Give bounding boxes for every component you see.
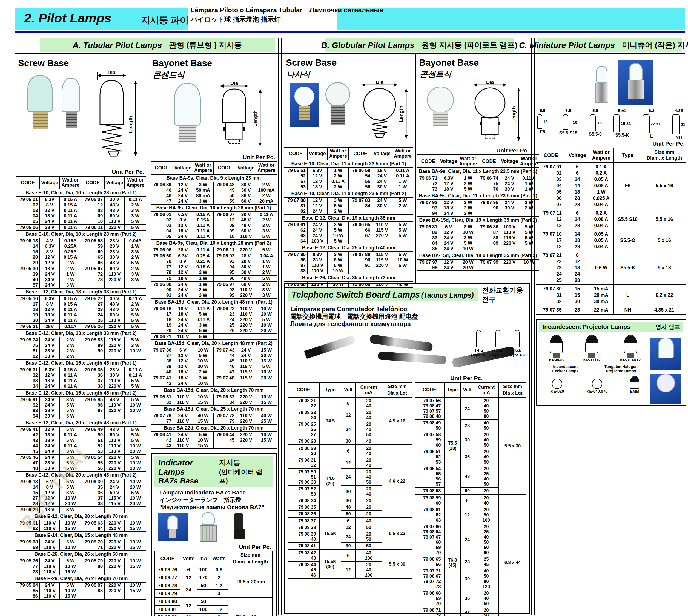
subtitle-spanish: Lámpara Piloto o Lámapara Tubular [191, 6, 302, 14]
table-cell: 5 W [125, 490, 146, 496]
table-cell: 110 V [39, 526, 60, 532]
group-header-row: Base BA-15d, Clear, Dia. 19 x Length 35 … [417, 252, 539, 259]
table-cell: 0.11 A [327, 179, 349, 184]
table-row: 87110 V5 W91220 V5 W [284, 263, 413, 268]
table-cell: 10 W [125, 408, 146, 413]
table-cell: 04 [151, 228, 173, 234]
table-cell: 10 W [125, 402, 146, 408]
projector-lamp-icon [624, 335, 637, 353]
table-cell: 1.2 [210, 582, 229, 590]
table-cell: 10 W [125, 348, 146, 354]
table-cell: 5 W [60, 408, 81, 413]
table-cell: 20 W [256, 328, 277, 334]
table-cell [81, 413, 104, 419]
table-cell: 8 V [39, 302, 60, 307]
table-cell: 30 V [236, 270, 256, 276]
table-cell: 12 V [173, 364, 193, 369]
table-cell: 93 [17, 408, 39, 413]
table-cell [125, 283, 146, 288]
cell-line: 6 [568, 170, 587, 176]
table-cell: 55 [349, 179, 372, 184]
table-cell: 0.15 A [60, 367, 81, 373]
code-cell: 79 08 7172 [415, 607, 444, 616]
table-row: 2024 V0.11 A25110 V5 W [17, 318, 146, 324]
section-c-header: C. Miniature Pilot Lamps 미니츄어 (작은) 지시등 [537, 38, 682, 52]
cell-line: 0.08 A [591, 183, 611, 189]
table-cell: 91 [151, 293, 173, 299]
cell-line: 79 07 66 [416, 524, 441, 529]
table-cell: 71 [81, 545, 104, 551]
column-header: Volt [460, 382, 474, 397]
table-cell: 44 [213, 353, 236, 358]
table-cell: 220 V [236, 394, 256, 400]
column-header: CurrentmA [474, 382, 498, 397]
telephone-header-row: Telephone Switch Board Lamps (Taunus Lam… [287, 286, 526, 304]
cell-line: 22 mA [591, 307, 611, 313]
table-cell: 94 [417, 211, 439, 217]
table-cell: 2 W [193, 270, 213, 276]
cell-line: 53 [416, 459, 441, 465]
cell-line: Volts [181, 555, 196, 562]
column-header: Watt orAmpere [392, 147, 413, 160]
group-header-cell: Base BA-15d, Clear, Dia. 19 x Length 35 … [417, 217, 539, 224]
cell-line: 79 07 56 [416, 398, 441, 403]
size-cell: 4.5 x 16 [382, 397, 412, 445]
telephone-lamp-photo [378, 351, 447, 364]
table-cell: 29 [17, 260, 39, 266]
cell-line: 20 [357, 398, 381, 403]
height-label: 16 [597, 120, 602, 125]
table-cell: 2 W [256, 270, 277, 276]
cell-line: 0.025 A [591, 195, 611, 201]
table-cell: 5 W [125, 224, 146, 230]
lamp-shape-icon [495, 330, 500, 347]
table-cell: 15 W [193, 419, 213, 424]
column-header: Volts [180, 551, 197, 566]
group-header-cell: Base BA-15d, Clear, Dia, 20 x Length 48 … [151, 299, 277, 306]
cell-line: 20 [357, 486, 381, 491]
table-row: 4318 V5 W51110 V5 W [17, 438, 146, 443]
globular-screw-images: Dia Length [284, 81, 413, 147]
translation-line: 電話交換機用電球 電話交換機用燈泡 配电盘 [290, 313, 526, 320]
cell-line: 12 [538, 216, 562, 223]
projector-lamps-row2: KE-020KE-040,070EMM [539, 376, 650, 393]
table-cell: 79 07 83 [349, 197, 372, 203]
cell-line: 18 [568, 265, 587, 271]
table-cell: 5 W [392, 233, 413, 239]
current-cell: 2040 [356, 397, 382, 409]
size-cell: 4.85 x 21 [642, 306, 686, 314]
table-cell: 0.11 A [60, 208, 81, 213]
table-cell: 18 V [173, 375, 193, 381]
cell-line: Volt [461, 387, 473, 392]
table-cell: 10 W [256, 394, 277, 400]
table-cell: 98 [417, 265, 439, 271]
table-cell: 10 W [125, 496, 146, 501]
column-header: Type [444, 382, 460, 397]
table-cell: 24 V [439, 246, 458, 252]
table-cell: 6 V [173, 347, 193, 353]
table-cell: 5 W [193, 312, 213, 317]
globe-bulb-photo-white [325, 82, 350, 125]
svg-text:Length: Length [511, 106, 517, 123]
table-cell: 14 [17, 485, 39, 490]
table-cell: 115 V [372, 227, 392, 233]
subcolumn-separator [415, 54, 416, 283]
cell-line: 6 [568, 210, 587, 216]
cell-line: 56 [416, 476, 441, 482]
cell-line: T4.6 [321, 476, 340, 481]
table-cell: 0.11 A [60, 213, 81, 219]
table-cell: 6.3V [307, 251, 327, 257]
table-row: 79 05 8424 V5 W79 05 87220 V10 W [17, 582, 146, 588]
table-cell: 28 V [104, 249, 125, 255]
table-cell: 80 [81, 564, 104, 569]
cell-line: 20 [475, 495, 497, 501]
cell-line: 200 [357, 555, 381, 561]
current-cell: 2040 [356, 445, 382, 457]
cell-line: Watts [211, 555, 227, 562]
table-cell: 79 05 70 [81, 539, 104, 545]
table-cell: 87 [478, 230, 500, 235]
table-cell: 36 V [236, 193, 256, 198]
table-cell: 4 V [39, 238, 60, 244]
lamp-shape-icon [563, 114, 568, 130]
subtitle-russian: Лампочки сигнальные [309, 6, 383, 14]
watt-cell: 0.2 A0.08 A0.04 A [589, 209, 614, 230]
